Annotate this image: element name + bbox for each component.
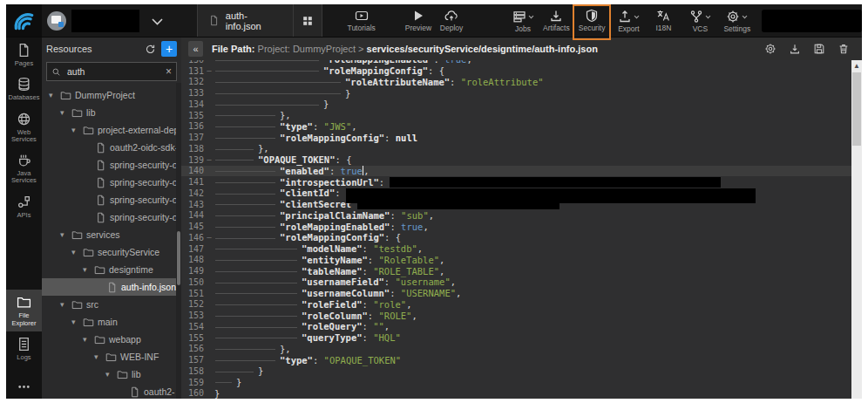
code-line-135[interactable]: 135}, xyxy=(181,110,851,121)
sidebar-item-file-explorer[interactable]: File Explorer xyxy=(6,290,42,331)
tree-item-project-external-depend[interactable]: ▾project-external-depend xyxy=(42,121,181,139)
code-line-157[interactable]: 157"type": "OPAQUE_TOKEN" xyxy=(181,354,851,365)
tree-item-spring-security-oaut[interactable]: spring-security-oaut xyxy=(42,208,181,226)
chevron-down-icon[interactable]: ▾ xyxy=(49,91,57,99)
tree-item-WEB-INF[interactable]: ▾WEB-INF xyxy=(42,348,181,365)
code-line-137[interactable]: 137"roleMappingConfig": null xyxy=(181,132,851,143)
scroll-up-arrow[interactable]: ▲ xyxy=(851,60,862,71)
tree-item-securityService[interactable]: ▾securityService xyxy=(42,243,181,261)
jobs-button[interactable]: Jobs xyxy=(507,6,539,35)
code-line-142[interactable]: 142"clientId": xyxy=(181,188,851,199)
code-line-151[interactable]: 151"usernameColumn": "USERNAME", xyxy=(181,288,851,299)
code-line-139[interactable]: 139‒"OPAQUE_TOKEN": { xyxy=(181,154,851,166)
code-line-160[interactable]: 160} xyxy=(181,388,851,400)
tree-item-oauth2-[interactable]: oauth2- xyxy=(42,383,181,399)
refresh-icon[interactable] xyxy=(145,44,156,55)
app-logo[interactable] xyxy=(6,4,42,37)
tree-item-DummyProject[interactable]: ▾DummyProject xyxy=(42,86,181,104)
tab-auth-info[interactable]: auth-info.json xyxy=(198,4,293,37)
download-icon[interactable] xyxy=(789,43,801,55)
fold-marker[interactable]: ‒ xyxy=(204,66,214,75)
tree-item-lib[interactable]: ▾lib xyxy=(42,104,181,121)
editor-scrollbar-thumb[interactable] xyxy=(852,72,861,146)
vcs-button[interactable]: VCS xyxy=(684,6,715,35)
security-button[interactable]: Security xyxy=(576,7,608,34)
sidebar-item-logs[interactable]: Logs xyxy=(6,331,42,365)
search-input[interactable] xyxy=(65,65,161,78)
sidebar-item-web-services[interactable]: Web Services xyxy=(6,106,42,148)
sidebar-item-java-services[interactable]: Java Services xyxy=(6,147,42,189)
code-line-156[interactable]: 156}, xyxy=(181,344,851,355)
code-line-150[interactable]: 150"usernameField": "username", xyxy=(181,277,851,288)
code-line-132[interactable]: 132"roleAttributeName": "roleAttribute" xyxy=(181,77,851,88)
code-line-149[interactable]: 149"tableName": "ROLE_TABLE", xyxy=(181,265,851,277)
artifacts-button[interactable]: Artifacts xyxy=(540,7,573,34)
tree-item-spring-security-oaut[interactable]: spring-security-oaut xyxy=(42,191,181,208)
code-line-152[interactable]: 152"roleField": "role", xyxy=(181,299,851,311)
code-line-134[interactable]: 134} xyxy=(181,99,851,110)
tree-item-src[interactable]: ▾src xyxy=(42,296,181,313)
tree-item-main[interactable]: ▾main xyxy=(42,313,181,331)
tree-item-webapp[interactable]: ▾webapp xyxy=(42,331,181,348)
code-line-155[interactable]: 155"queryType": "HQL" xyxy=(181,332,851,344)
code-line-148[interactable]: 148"entityName": "RoleTable", xyxy=(181,255,851,266)
deploy-button[interactable]: Deploy xyxy=(436,7,467,34)
i18n-button[interactable]: I18N xyxy=(648,7,679,34)
grid-view-button[interactable] xyxy=(293,4,322,37)
chevron-down-icon[interactable]: ▾ xyxy=(83,335,91,344)
tree-item-oauth2-oidc-sdk-10[interactable]: oauth2-oidc-sdk-10 xyxy=(42,139,181,156)
editor-scrollbar[interactable]: ▲ xyxy=(851,60,862,399)
tree-item-lib[interactable]: ▾lib xyxy=(42,365,181,383)
tree-item-auth-info.json[interactable]: auth-info.json xyxy=(42,278,181,296)
project-selector[interactable] xyxy=(42,4,190,37)
tree-item-spring-security-oaut[interactable]: spring-security-oaut xyxy=(42,174,181,191)
chevron-down-icon[interactable]: ▾ xyxy=(83,265,91,274)
export-button[interactable]: Export xyxy=(613,6,644,35)
chevron-down-icon[interactable] xyxy=(152,13,163,29)
chevron-down-icon[interactable]: ▾ xyxy=(60,300,68,309)
sidebar-item-pages[interactable]: Pages xyxy=(6,38,42,72)
code-line-147[interactable]: 147"modelName": "testdb", xyxy=(181,243,851,255)
save-icon[interactable] xyxy=(813,43,825,55)
sidebar-item-databases[interactable]: Databases xyxy=(6,72,42,106)
code-line-131[interactable]: 131‒"roleMappingConfig": { xyxy=(181,65,851,77)
code-line-136[interactable]: 136"type": "JWS", xyxy=(181,121,851,133)
code-line-154[interactable]: 154"roleQuery": "", xyxy=(181,321,851,332)
gear-icon[interactable] xyxy=(764,43,776,55)
chevron-down-icon[interactable]: ▾ xyxy=(71,248,79,256)
tree-item-services[interactable]: ▾services xyxy=(42,226,181,243)
code-line-138[interactable]: 138}, xyxy=(181,143,851,154)
code-line-133[interactable]: 133} xyxy=(181,87,851,99)
code-token: "introspectionUrl" xyxy=(280,177,379,188)
code-line-159[interactable]: 159} xyxy=(181,377,851,388)
video-icon xyxy=(355,9,369,23)
settings-button[interactable]: Settings xyxy=(721,6,753,35)
code-line-141[interactable]: 141"introspectionUrl": xyxy=(181,176,851,188)
code-line-158[interactable]: 158} xyxy=(181,365,851,377)
chevron-down-icon[interactable]: ▾ xyxy=(71,318,79,326)
code-line-146[interactable]: 146‒"roleMappingConfig": { xyxy=(181,232,851,243)
fold-marker[interactable]: ‒ xyxy=(204,233,214,242)
code-line-145[interactable]: 145"roleMappingEnabled": true, xyxy=(181,221,851,232)
tree-scrollbar-thumb[interactable] xyxy=(177,231,180,285)
trash-icon[interactable] xyxy=(837,43,850,55)
code-editor[interactable]: 130"roleMappingEnabled": true,131‒"roleM… xyxy=(181,60,862,399)
fold-marker[interactable]: ‒ xyxy=(204,155,214,164)
chevron-down-icon[interactable]: ▾ xyxy=(105,370,113,379)
chevron-down-icon[interactable]: ▾ xyxy=(60,230,68,239)
tree-item-spring-security-oaut[interactable]: spring-security-oaut xyxy=(42,156,181,174)
tutorials-button[interactable]: Tutorials xyxy=(345,7,378,34)
chevron-down-icon[interactable]: ▾ xyxy=(60,108,68,117)
code-line-140[interactable]: 140"enabled": true, xyxy=(181,166,851,177)
chevron-down-icon[interactable]: ▾ xyxy=(71,126,79,134)
sidebar-item-more[interactable] xyxy=(6,374,42,399)
tree-item-designtime[interactable]: ▾designtime xyxy=(42,261,181,278)
add-resource-button[interactable]: + xyxy=(161,41,177,57)
sidebar-item-apis[interactable]: APIs xyxy=(6,189,42,223)
code-line-144[interactable]: 144"principalClaimName": "sub", xyxy=(181,210,851,222)
clear-search-icon[interactable]: × xyxy=(166,65,172,78)
chevron-down-icon[interactable]: ▾ xyxy=(94,352,102,361)
preview-button[interactable]: Preview xyxy=(403,7,434,34)
code-line-153[interactable]: 153"roleColumn": "ROLE", xyxy=(181,310,851,321)
collapse-panel-button[interactable]: « xyxy=(188,41,203,57)
